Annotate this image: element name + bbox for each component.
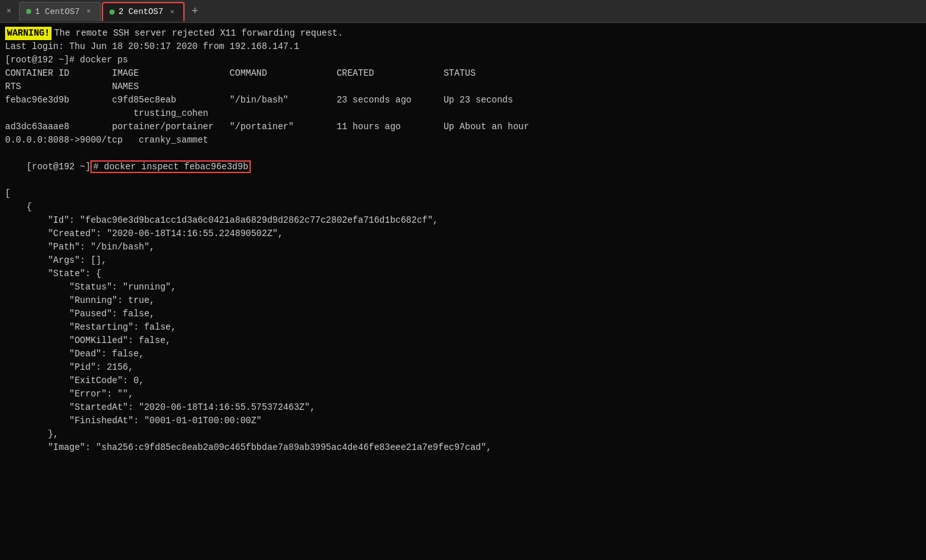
terminal-line-29: "Image": "sha256:c9fd85ec8eab2a09c465fbb… — [5, 441, 921, 454]
terminal-line-8: 0.0.0.0:8088->9000/tcp cranky_sammet — [5, 134, 921, 147]
terminal-line-15: "Args": [], — [5, 254, 921, 267]
terminal-line-10: [ — [5, 187, 921, 200]
terminal-area[interactable]: WARNING! The remote SSH server rejected … — [0, 23, 926, 560]
terminal-line-18: "Running": true, — [5, 294, 921, 307]
terminal-line-12: "Id": "febac96e3d9bca1cc1d3a6c0421a8a682… — [5, 214, 921, 227]
tab-bar: × 1 CentOS7 × 2 CentOS7 × + — [0, 0, 926, 23]
terminal-line-22: "Dead": false, — [5, 347, 921, 361]
tab-close-1[interactable]: × — [83, 6, 94, 17]
terminal-line-13: "Created": "2020-06-18T14:16:55.22489050… — [5, 227, 921, 241]
terminal-line-1: Last login: Thu Jun 18 20:50:17 2020 fro… — [5, 40, 921, 53]
terminal-line-24: "ExitCode": 0, — [5, 374, 921, 388]
terminal-line-14: "Path": "/bin/bash", — [5, 241, 921, 254]
tab-label-1: 1 CentOS7 — [35, 7, 80, 17]
warning-text: The remote SSH server rejected X11 forwa… — [54, 27, 343, 40]
terminal-cmd-line: [root@192 ~]# docker inspect febac96e3d9… — [5, 147, 921, 187]
terminal-line-3: CONTAINER ID IMAGE COMMAND CREATED STATU… — [5, 67, 921, 80]
terminal-line-23: "Pid": 2156, — [5, 361, 921, 374]
terminal-line-11: { — [5, 200, 921, 214]
tab-dot-1 — [26, 9, 31, 14]
terminal-line-20: "Restarting": false, — [5, 321, 921, 334]
tab-label-2: 2 CentOS7 — [118, 7, 163, 17]
cmd-highlight: # docker inspect febac96e3d9b — [90, 160, 251, 173]
tab-centos7-2[interactable]: 2 CentOS7 × — [102, 2, 185, 21]
terminal-line-27: "FinishedAt": "0001-01-01T00:00:00Z" — [5, 414, 921, 428]
terminal-line-21: "OOMKilled": false, — [5, 334, 921, 347]
terminal-line-26: "StartedAt": "2020-06-18T14:16:55.575372… — [5, 401, 921, 414]
terminal-line-17: "Status": "running", — [5, 281, 921, 294]
warning-line: WARNING! The remote SSH server rejected … — [5, 27, 921, 40]
tab-dot-2 — [109, 10, 115, 15]
terminal-line-6: trusting_cohen — [5, 107, 921, 120]
terminal-line-5: febac96e3d9b c9fd85ec8eab "/bin/bash" 23… — [5, 94, 921, 107]
tab-centos7-1[interactable]: 1 CentOS7 × — [19, 2, 101, 21]
new-tab-button[interactable]: + — [186, 3, 204, 20]
terminal-line-16: "State": { — [5, 267, 921, 281]
terminal-line-28: }, — [5, 428, 921, 441]
cmd-prompt: [root@192 ~] — [27, 162, 91, 172]
terminal-line-4: RTS NAMES — [5, 80, 921, 94]
terminal-line-19: "Paused": false, — [5, 307, 921, 321]
warning-badge: WARNING! — [5, 27, 52, 40]
terminal-line-2: [root@192 ~]# docker ps — [5, 53, 921, 67]
terminal-line-25: "Error": "", — [5, 388, 921, 401]
window-close-button[interactable]: × — [3, 5, 15, 18]
tab-close-2[interactable]: × — [167, 7, 177, 17]
terminal-line-7: ad3dc63aaae8 portainer/portainer "/porta… — [5, 120, 921, 134]
